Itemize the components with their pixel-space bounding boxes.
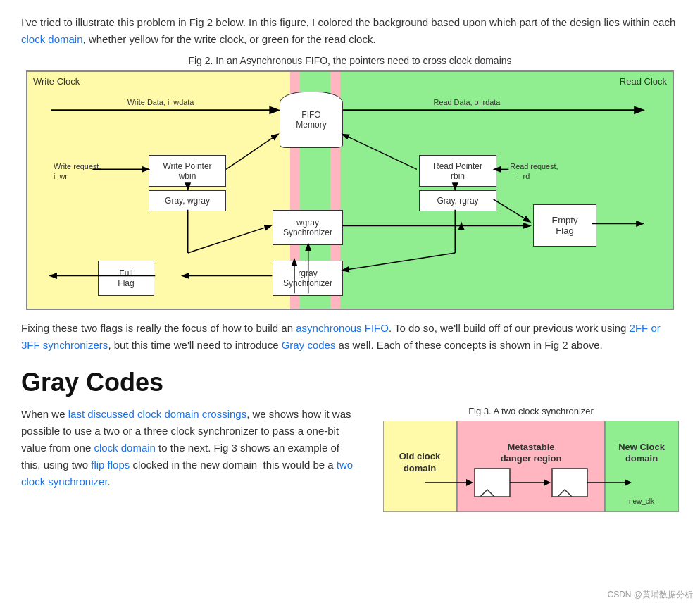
gray-codes-link[interactable]: Gray codes [282,339,336,351]
para2: Fixing these two flags is really the foc… [21,320,679,354]
gray-rgray-box: Gray, rgray [419,190,496,211]
svg-text:new_clk: new_clk [629,497,655,505]
para3: When we last discussed clock domain cros… [21,406,355,490]
intro-text2: , whether yellow for the write clock, or… [83,33,376,45]
fig2-diagram: Write Clock Read Clock FIFO Memory Write… [26,70,674,310]
fig3-text-block: When we last discussed clock domain cros… [21,406,355,512]
fig3-svg-wrap: Old clock domain Metastable danger regio… [383,421,679,512]
full-flag-box: FullFlag [98,261,154,296]
cdc-link[interactable]: last discussed clock domain crossings [68,408,246,420]
fig3-diagram: Fig 3. A two clock synchronizer Old cloc… [383,406,679,512]
empty-flag-box: EmptyFlag [533,204,596,247]
clock-domain-link1[interactable]: clock domain [21,33,83,45]
fig2-caption: Fig 2. In an Asynchronous FIFO, the poin… [21,55,679,66]
intro-paragraph: I've tried to illustrate this problem in… [21,14,679,48]
svg-text:domain: domain [625,453,658,464]
write-pointer-box: Write Pointerwbin [149,155,226,187]
svg-rect-34 [552,469,587,497]
svg-rect-33 [475,469,510,497]
clock-domain-link2[interactable]: clock domain [94,442,156,454]
intro-text1: I've tried to illustrate this problem in… [21,16,675,28]
fig3-svg: Old clock domain Metastable danger regio… [383,421,679,512]
flip-flops-link[interactable]: flip flops [91,459,130,471]
fifo-memory-box: FIFO Memory [280,92,343,148]
fig3-section: When we last discussed clock domain cros… [21,406,679,512]
fig2-read-clock-label: Read Clock [620,76,667,87]
read-pointer-box: Read Pointerrbin [419,155,496,187]
wgray-sync-box: wgraySynchronizer [273,210,343,245]
rgray-sync-box: rgraySynchronizer [273,261,343,296]
svg-text:Old clock: Old clock [399,451,441,461]
section-heading: Gray Codes [21,368,679,397]
fig2-write-clock-label: Write Clock [33,76,80,87]
async-fifo-link[interactable]: asynchronous FIFO [296,322,389,334]
gray-wgray-box: Gray, wgray [149,190,226,211]
svg-text:danger region: danger region [501,453,562,464]
svg-text:domain: domain [404,463,436,473]
svg-text:Metastable: Metastable [507,442,554,452]
svg-text:New Clock: New Clock [618,442,665,452]
fig3-caption: Fig 3. A two clock synchronizer [383,406,679,416]
svg-rect-30 [457,421,605,512]
